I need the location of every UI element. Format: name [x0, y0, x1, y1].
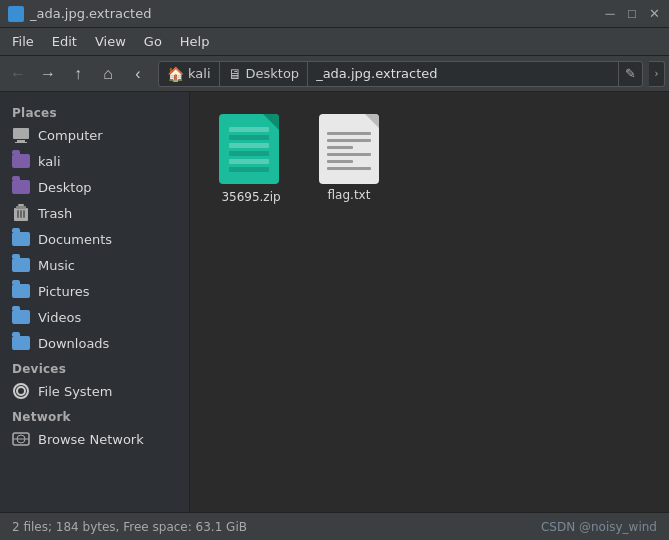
sidebar-item-pictures-label: Pictures — [38, 284, 89, 299]
title-bar-left: _ada.jpg.extracted — [8, 6, 151, 22]
filesystem-icon — [12, 382, 30, 400]
svg-rect-0 — [13, 128, 29, 139]
svg-rect-7 — [20, 210, 22, 218]
sidebar-item-documents-label: Documents — [38, 232, 112, 247]
kali-folder-icon — [12, 152, 30, 170]
file-item-zip[interactable]: 35695.zip — [206, 108, 296, 210]
breadcrumb-desktop-label: Desktop — [246, 66, 300, 81]
svg-rect-2 — [15, 142, 27, 143]
sidebar: Places Computer kali Desktop Trash — [0, 92, 190, 512]
sidebar-item-documents[interactable]: Documents — [0, 226, 189, 252]
breadcrumb-desktop[interactable]: 🖥 Desktop — [220, 62, 309, 86]
places-header: Places — [0, 100, 189, 122]
svg-rect-4 — [16, 206, 26, 209]
title-bar: _ada.jpg.extracted ─ □ ✕ — [0, 0, 669, 28]
file-area: 35695.zip flag.txt — [190, 92, 669, 512]
sidebar-item-computer-label: Computer — [38, 128, 103, 143]
home-button[interactable]: ⌂ — [94, 60, 122, 88]
breadcrumb-kali[interactable]: 🏠 kali — [159, 62, 220, 86]
current-path-label: _ada.jpg.extracted — [316, 66, 437, 81]
minimize-button[interactable]: ─ — [603, 7, 617, 21]
app-icon — [8, 6, 24, 22]
music-folder-icon — [12, 256, 30, 274]
downloads-folder-icon — [12, 334, 30, 352]
sidebar-item-downloads[interactable]: Downloads — [0, 330, 189, 356]
txt-file-icon — [319, 114, 379, 184]
toolbar: ← → ↑ ⌂ ‹ 🏠 kali 🖥 Desktop _ada.jpg.extr… — [0, 56, 669, 92]
status-info: 2 files; 184 bytes, Free space: 63.1 GiB — [12, 520, 247, 534]
menu-file[interactable]: File — [4, 32, 42, 51]
close-button[interactable]: ✕ — [647, 7, 661, 21]
sidebar-item-browse-network[interactable]: Browse Network — [0, 426, 189, 452]
desktop-folder-icon — [12, 178, 30, 196]
computer-icon — [12, 126, 30, 144]
menu-go[interactable]: Go — [136, 32, 170, 51]
home-icon: 🏠 — [167, 66, 184, 82]
window-title: _ada.jpg.extracted — [30, 6, 151, 21]
txt-file-label: flag.txt — [328, 188, 371, 202]
zip-file-label: 35695.zip — [221, 190, 280, 204]
sidebar-item-filesystem[interactable]: File System — [0, 378, 189, 404]
maximize-button[interactable]: □ — [625, 7, 639, 21]
zip-file-icon — [219, 114, 283, 186]
sidebar-item-trash-label: Trash — [38, 206, 72, 221]
sidebar-item-music-label: Music — [38, 258, 75, 273]
browse-network-icon — [12, 430, 30, 448]
breadcrumb-edit-button[interactable]: ✎ — [618, 62, 642, 86]
network-header: Network — [0, 404, 189, 426]
back-button[interactable]: ← — [4, 60, 32, 88]
svg-rect-8 — [23, 210, 25, 218]
sidebar-item-kali-label: kali — [38, 154, 61, 169]
menu-bar: File Edit View Go Help — [0, 28, 669, 56]
sidebar-item-videos-label: Videos — [38, 310, 81, 325]
forward-button[interactable]: → — [34, 60, 62, 88]
nav-right-arrow[interactable]: › — [649, 61, 665, 87]
up-button[interactable]: ↑ — [64, 60, 92, 88]
sidebar-item-trash[interactable]: Trash — [0, 200, 189, 226]
videos-folder-icon — [12, 308, 30, 326]
pictures-folder-icon — [12, 282, 30, 300]
file-item-txt[interactable]: flag.txt — [304, 108, 394, 210]
sidebar-item-desktop[interactable]: Desktop — [0, 174, 189, 200]
sidebar-item-music[interactable]: Music — [0, 252, 189, 278]
breadcrumb-kali-label: kali — [188, 66, 211, 81]
main-layout: Places Computer kali Desktop Trash — [0, 92, 669, 512]
documents-folder-icon — [12, 230, 30, 248]
breadcrumb-current: _ada.jpg.extracted — [308, 66, 618, 81]
sidebar-item-pictures[interactable]: Pictures — [0, 278, 189, 304]
sidebar-item-videos[interactable]: Videos — [0, 304, 189, 330]
menu-view[interactable]: View — [87, 32, 134, 51]
title-bar-controls: ─ □ ✕ — [603, 7, 661, 21]
sidebar-item-browse-network-label: Browse Network — [38, 432, 144, 447]
sidebar-item-kali[interactable]: kali — [0, 148, 189, 174]
sidebar-item-computer[interactable]: Computer — [0, 122, 189, 148]
sidebar-item-downloads-label: Downloads — [38, 336, 109, 351]
menu-edit[interactable]: Edit — [44, 32, 85, 51]
left-pane-button[interactable]: ‹ — [124, 60, 152, 88]
sidebar-item-filesystem-label: File System — [38, 384, 112, 399]
menu-help[interactable]: Help — [172, 32, 218, 51]
svg-rect-6 — [17, 210, 19, 218]
breadcrumb-bar: 🏠 kali 🖥 Desktop _ada.jpg.extracted ✎ — [158, 61, 643, 87]
trash-icon — [12, 204, 30, 222]
svg-rect-5 — [18, 204, 24, 206]
sidebar-item-desktop-label: Desktop — [38, 180, 92, 195]
devices-header: Devices — [0, 356, 189, 378]
desktop-icon: 🖥 — [228, 66, 242, 82]
svg-rect-1 — [17, 140, 25, 142]
status-bar: 2 files; 184 bytes, Free space: 63.1 GiB… — [0, 512, 669, 540]
watermark: CSDN @noisy_wind — [541, 520, 657, 534]
